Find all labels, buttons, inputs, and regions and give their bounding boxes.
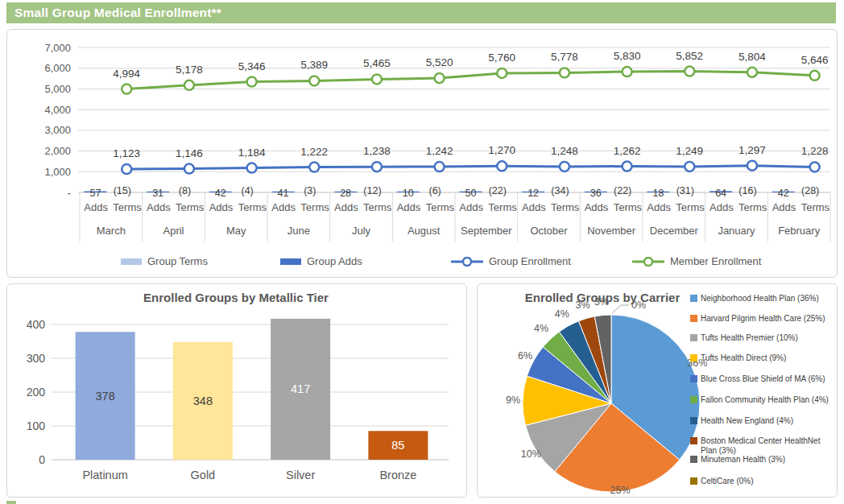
svg-text:Adds: Adds bbox=[647, 201, 671, 213]
svg-text:(34): (34) bbox=[551, 185, 569, 196]
carrier-legend-swatch-icon bbox=[690, 417, 697, 424]
carrier-legend-item: Minuteman Health (3%) bbox=[690, 455, 785, 465]
next-section-sliver bbox=[6, 501, 16, 504]
legend-label: Member Enrollment bbox=[670, 255, 761, 267]
section-header: Small Group Medical Enrollment** bbox=[6, 2, 836, 23]
svg-text:3,000: 3,000 bbox=[44, 124, 71, 136]
carrier-legend-item: Fallon Community Health Plan (4%) bbox=[690, 395, 829, 405]
svg-text:Adds: Adds bbox=[585, 201, 609, 213]
metallic-tier-chart: 0100200300400378Platinum348Gold417Silver… bbox=[12, 305, 461, 495]
svg-text:31: 31 bbox=[152, 188, 163, 199]
svg-text:348: 348 bbox=[193, 395, 213, 407]
carrier-legend-label: Tufts Health Premier (10%) bbox=[701, 333, 798, 343]
svg-text:(22): (22) bbox=[614, 185, 631, 196]
carrier-legend-label: Boston Medical Center HealthNet Plan (3%… bbox=[701, 436, 835, 456]
svg-text:-: - bbox=[68, 187, 71, 199]
carrier-legend-item: Tufts Health Direct (9%) bbox=[690, 353, 786, 363]
svg-text:1,146: 1,146 bbox=[176, 147, 203, 159]
svg-text:1,242: 1,242 bbox=[426, 145, 453, 157]
svg-text:Adds: Adds bbox=[271, 201, 296, 213]
svg-text:5,852: 5,852 bbox=[676, 50, 703, 62]
svg-text:1,262: 1,262 bbox=[614, 145, 641, 157]
svg-text:42: 42 bbox=[778, 188, 789, 199]
carrier-legend-item: CeltiCare (0%) bbox=[690, 477, 754, 486]
svg-text:February: February bbox=[778, 225, 821, 237]
svg-text:6,000: 6,000 bbox=[44, 62, 71, 74]
svg-text:Adds: Adds bbox=[147, 201, 171, 213]
member-enrollment-marker-icon bbox=[632, 257, 664, 266]
svg-text:(6): (6) bbox=[429, 185, 441, 196]
svg-text:57: 57 bbox=[89, 188, 101, 199]
svg-text:Adds: Adds bbox=[84, 201, 108, 213]
svg-text:Adds: Adds bbox=[397, 201, 421, 213]
svg-text:Terms: Terms bbox=[614, 201, 643, 213]
svg-text:Terms: Terms bbox=[363, 201, 392, 213]
svg-text:Gold: Gold bbox=[191, 469, 216, 481]
carrier-legend-label: Minuteman Health (3%) bbox=[701, 455, 785, 465]
carrier-legend-item: Tufts Health Premier (10%) bbox=[690, 333, 798, 343]
svg-text:January: January bbox=[718, 225, 755, 237]
svg-text:36: 36 bbox=[590, 188, 602, 199]
svg-text:25%: 25% bbox=[610, 485, 631, 495]
svg-text:1,123: 1,123 bbox=[113, 147, 140, 159]
svg-text:100: 100 bbox=[27, 419, 46, 432]
svg-text:1,248: 1,248 bbox=[551, 145, 578, 157]
svg-text:April: April bbox=[163, 225, 184, 237]
svg-text:(16): (16) bbox=[738, 185, 756, 196]
svg-text:Terms: Terms bbox=[738, 201, 767, 213]
svg-text:28: 28 bbox=[340, 188, 351, 199]
legend-label: Group Terms bbox=[147, 255, 208, 267]
svg-text:5,000: 5,000 bbox=[44, 83, 71, 95]
svg-text:1,297: 1,297 bbox=[738, 144, 766, 156]
svg-text:(15): (15) bbox=[114, 185, 131, 196]
svg-text:6%: 6% bbox=[518, 350, 532, 361]
enrollment-chart-panel: -1,0002,0003,0004,0005,0006,0007,0001,12… bbox=[6, 29, 838, 278]
svg-text:Terms: Terms bbox=[426, 201, 455, 213]
svg-text:Adds: Adds bbox=[522, 201, 546, 213]
svg-text:Terms: Terms bbox=[488, 201, 517, 213]
svg-text:March: March bbox=[97, 225, 126, 237]
carrier-legend-item: Harvard Pilgrim Health Care (25%) bbox=[690, 314, 825, 324]
carrier-legend-item: Health New England (4%) bbox=[690, 416, 793, 426]
svg-text:0: 0 bbox=[39, 453, 45, 466]
legend-label: Group Enrollment bbox=[489, 255, 571, 267]
svg-text:9%: 9% bbox=[506, 395, 520, 406]
carrier-legend-label: Blue Cross Blue Shield of MA (6%) bbox=[701, 374, 825, 384]
svg-text:5,465: 5,465 bbox=[363, 57, 391, 69]
svg-text:(8): (8) bbox=[179, 185, 191, 196]
svg-text:July: July bbox=[352, 225, 371, 237]
svg-text:5,830: 5,830 bbox=[614, 50, 641, 62]
svg-text:August: August bbox=[408, 225, 441, 237]
svg-text:300: 300 bbox=[27, 352, 46, 365]
svg-text:64: 64 bbox=[715, 188, 726, 199]
svg-text:5,346: 5,346 bbox=[238, 60, 266, 72]
legend-label: Group Adds bbox=[307, 255, 362, 267]
legend-item-member-enrollment: Member Enrollment bbox=[632, 255, 761, 267]
svg-text:November: November bbox=[587, 225, 636, 237]
carrier-legend-swatch-icon bbox=[690, 456, 697, 463]
svg-text:June: June bbox=[288, 225, 310, 237]
svg-text:5,178: 5,178 bbox=[176, 64, 203, 76]
carrier-legend-item: Blue Cross Blue Shield of MA (6%) bbox=[690, 374, 825, 384]
carrier-legend-swatch-icon bbox=[690, 396, 697, 403]
svg-text:October: October bbox=[530, 225, 568, 237]
svg-text:(4): (4) bbox=[242, 185, 254, 196]
svg-text:10%: 10% bbox=[521, 448, 541, 460]
svg-text:1,270: 1,270 bbox=[488, 144, 515, 156]
carrier-legend-swatch-icon bbox=[690, 354, 697, 361]
svg-text:May: May bbox=[226, 225, 246, 237]
carrier-legend-swatch-icon bbox=[690, 315, 697, 322]
svg-text:Bronze: Bronze bbox=[379, 469, 416, 481]
svg-text:Terms: Terms bbox=[551, 201, 580, 213]
svg-text:Terms: Terms bbox=[676, 201, 705, 213]
legend-item-group-enrollment: Group Enrollment bbox=[451, 255, 571, 267]
svg-text:5,760: 5,760 bbox=[488, 52, 515, 64]
carrier-legend: Neighborhood Health Plan (36%)Harvard Pi… bbox=[690, 284, 835, 497]
svg-text:417: 417 bbox=[291, 382, 310, 395]
svg-text:4,000: 4,000 bbox=[44, 104, 71, 116]
svg-text:Adds: Adds bbox=[772, 201, 796, 213]
svg-text:12: 12 bbox=[528, 188, 539, 199]
carrier-legend-label: Harvard Pilgrim Health Care (25%) bbox=[701, 314, 825, 324]
carrier-legend-swatch-icon bbox=[690, 477, 697, 485]
svg-text:5,389: 5,389 bbox=[300, 59, 328, 71]
